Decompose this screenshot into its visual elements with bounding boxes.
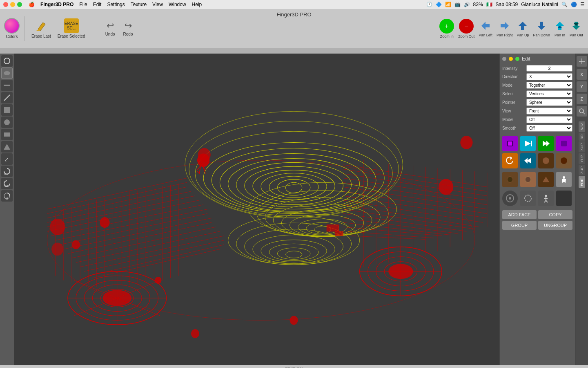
spin-button[interactable] <box>520 191 536 206</box>
xup-tab[interactable]: XUP <box>579 141 585 153</box>
menu-edit[interactable]: Edit <box>91 1 104 8</box>
svg-point-138 <box>72 240 80 249</box>
left-tool-square[interactable] <box>1 104 13 116</box>
left-tool-line[interactable] <box>1 92 13 103</box>
view-select[interactable]: FrontBackLeftRightTop <box>526 108 572 114</box>
copy-button[interactable]: COPY <box>538 210 572 219</box>
menu-view[interactable]: View <box>150 1 165 8</box>
brown5-button[interactable] <box>538 172 554 187</box>
menu-apple[interactable]: 🍎 <box>26 1 37 8</box>
brown3-button[interactable] <box>502 172 518 187</box>
smooth-select[interactable]: OffOn <box>526 125 572 132</box>
left-tool-flat[interactable] <box>1 80 13 91</box>
left-tool-rotate-xy[interactable]: XY <box>1 166 13 177</box>
zoom-out-button[interactable]: − Zoom Out <box>457 18 475 39</box>
zoom-in-button[interactable]: + Zoom In <box>439 18 455 39</box>
direction-select[interactable]: XYZ <box>526 73 572 80</box>
svg-marker-163 <box>542 176 550 182</box>
empty-button[interactable] <box>556 191 572 206</box>
figure2-button[interactable] <box>538 191 554 206</box>
zoom-in-label: Zoom In <box>440 34 454 38</box>
pan-left-button[interactable]: Pan Left <box>478 19 493 38</box>
search-icon[interactable]: 🔍 <box>561 2 568 7</box>
mode-label: Mode <box>502 83 525 88</box>
erase-last-button[interactable]: Erase Last <box>30 17 53 40</box>
edit-tab[interactable]: EDIT <box>579 176 585 188</box>
record2-button[interactable] <box>556 136 572 151</box>
action-buttons-grid-2 <box>502 172 572 187</box>
menu-icon[interactable]: ☰ <box>580 2 585 7</box>
traffic-lights <box>3 2 22 7</box>
left-tool-dot[interactable] <box>1 117 13 128</box>
siri-icon[interactable]: 🔵 <box>571 2 577 7</box>
pan-in-button[interactable]: Pan In <box>553 19 566 38</box>
menu-settings[interactable]: Settings <box>105 1 127 8</box>
left-tool-circle[interactable] <box>1 55 13 67</box>
left-tool-move[interactable]: ⤢ <box>1 153 13 165</box>
group-button[interactable]: GROUP <box>502 221 537 230</box>
axis-z-icon[interactable]: Z <box>577 94 587 104</box>
menu-window[interactable]: Window <box>166 1 189 8</box>
minimize-button[interactable] <box>10 2 15 7</box>
zoom-icon[interactable] <box>577 106 587 117</box>
brown2-button[interactable] <box>556 153 572 168</box>
undo-action-button[interactable] <box>502 153 518 168</box>
canvas-area[interactable] <box>14 54 499 365</box>
left-tool-triangle[interactable] <box>1 141 13 153</box>
svg-marker-151 <box>525 141 531 146</box>
nav-tab[interactable]: NAV <box>579 121 585 132</box>
left-toolbar: ⤢ XY XZ YZ <box>0 54 14 365</box>
pan-up-button[interactable]: Pan Up <box>516 19 530 38</box>
pan-down-button[interactable]: Pan Down <box>532 19 551 38</box>
mode-select[interactable]: TogetherSeparate <box>526 82 572 89</box>
svg-point-139 <box>155 277 161 284</box>
add-face-button[interactable]: ADD FACE <box>502 210 537 219</box>
pan-out-button[interactable]: Pan Out <box>569 19 584 38</box>
3d-viewport[interactable] <box>14 54 499 365</box>
svg-line-175 <box>583 112 585 114</box>
intensity-input[interactable] <box>526 65 572 72</box>
menu-texture[interactable]: Texture <box>128 1 149 8</box>
menu-file[interactable]: File <box>77 1 89 8</box>
brown1-button[interactable] <box>538 153 554 168</box>
3d-tab[interactable]: 3D <box>579 133 585 141</box>
left-tool-rotate-xz[interactable]: XZ <box>1 178 13 189</box>
flag-icon: 🇮🇹 <box>486 2 492 7</box>
menu-help[interactable]: Help <box>189 1 205 8</box>
svg-point-147 <box>50 219 65 235</box>
skip-back-button[interactable] <box>520 153 536 168</box>
brown4-button[interactable] <box>520 172 536 187</box>
color-swatch[interactable] <box>4 18 20 34</box>
svg-line-171 <box>546 200 548 202</box>
left-tool-rotate-yz[interactable]: YZ <box>1 190 13 202</box>
erase-selected-button[interactable]: ERASESEL. Erase Selected <box>56 17 87 40</box>
svg-text:+: + <box>445 22 449 29</box>
model-select[interactable]: OffOn <box>526 116 572 123</box>
skip-forward-button[interactable] <box>538 136 554 151</box>
svg-point-159 <box>543 157 549 164</box>
axis-nav-icon[interactable] <box>577 56 587 67</box>
battery-level: 83% <box>473 2 483 7</box>
pan-up-icon <box>517 20 528 32</box>
undo-button[interactable]: ↩ Undo <box>105 20 115 36</box>
left-tool-ellipse[interactable] <box>1 67 13 79</box>
record-button[interactable] <box>502 136 518 151</box>
person-button[interactable] <box>556 172 572 187</box>
close-button[interactable] <box>3 2 8 7</box>
play-forward-button[interactable] <box>520 136 536 151</box>
direction-row: Direction XYZ <box>502 73 572 80</box>
ungroup-button[interactable]: UNGROUP <box>538 221 572 230</box>
select-select[interactable]: VerticesFacesEdges <box>526 90 572 97</box>
zup-tab[interactable]: ZUP <box>579 165 585 175</box>
pointer-select[interactable]: SphereCube <box>526 99 572 106</box>
pan-right-button[interactable]: Pan Right <box>496 19 514 38</box>
yup-tab[interactable]: YUP <box>579 153 585 164</box>
menubar: 🍎 Finger3D PRO File Edit Settings Textur… <box>0 0 588 9</box>
axis-x-icon[interactable]: X <box>577 69 587 80</box>
menu-app[interactable]: Finger3D PRO <box>38 1 76 8</box>
redo-button[interactable]: ↪ Redo <box>123 20 133 36</box>
circle-dot-button[interactable] <box>502 191 518 206</box>
axis-y-icon[interactable]: Y <box>577 81 587 92</box>
maximize-button[interactable] <box>17 2 22 7</box>
left-tool-rect[interactable] <box>1 129 13 140</box>
